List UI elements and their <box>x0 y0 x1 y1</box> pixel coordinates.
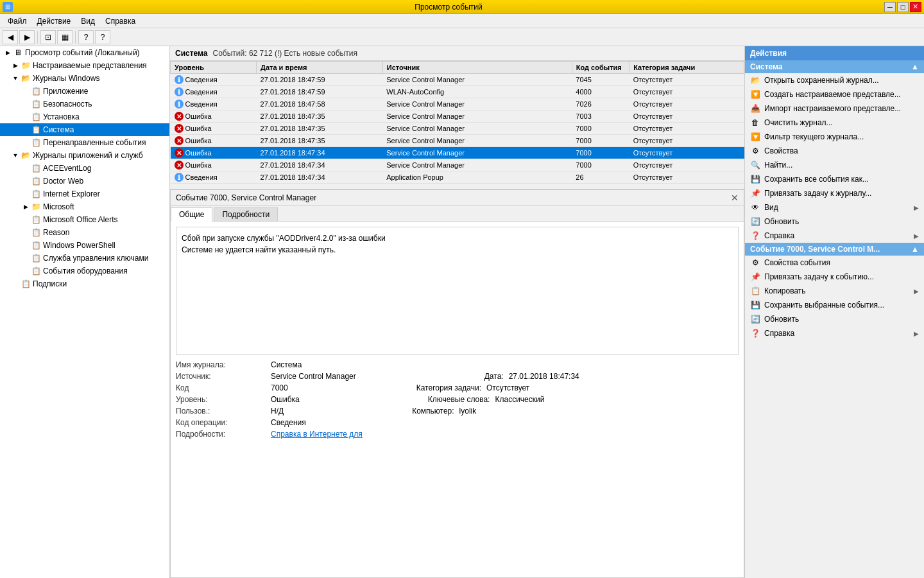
sidebar-item-powershell[interactable]: 📋 Windows PowerShell <box>0 239 169 252</box>
cell-code: 7000 <box>572 123 629 135</box>
action-refresh-2[interactable]: 🔄 Обновить <box>745 312 924 326</box>
actions-section-event[interactable]: Событие 7000, Service Control M... ▲ <box>745 243 924 256</box>
action-attach-task-to-event[interactable]: 📌 Привязать задачу к событию... <box>745 270 924 284</box>
details-link[interactable]: Справка в Интернете для <box>271 430 739 439</box>
col-code[interactable]: Код события <box>572 62 629 74</box>
action-save-selected-events[interactable]: 💾 Сохранить выбранные события... <box>745 298 924 312</box>
action-import-custom-view[interactable]: 📥 Импорт настраиваемого представле... <box>745 101 924 116</box>
col-source[interactable]: Источник <box>382 62 572 74</box>
table-row[interactable]: ✕Ошибка 27.01.2018 18:47:35 Service Cont… <box>171 110 744 123</box>
sidebar-item-app[interactable]: 📋 Приложение <box>0 85 169 98</box>
action-save-all-events[interactable]: 💾 Сохранить все события как... <box>745 172 924 186</box>
log-icon: 📋 <box>31 176 41 186</box>
sidebar-item-ie[interactable]: 📋 Internet Explorer <box>0 188 169 200</box>
action-copy[interactable]: 📋 Копировать ▶ <box>745 284 924 298</box>
cell-category: Отсутствует <box>629 171 744 184</box>
event-detail-panel: Событие 7000, Service Control Manager ✕ … <box>170 189 744 578</box>
maximize-button[interactable]: □ <box>897 2 909 12</box>
log-icon: 📋 <box>21 279 31 289</box>
action-attach-task-to-log[interactable]: 📌 Привязать задачу к журналу... <box>745 186 924 200</box>
log-icon: 📋 <box>31 125 41 135</box>
table-row[interactable]: ✕Ошибка 27.01.2018 18:47:34 Service Cont… <box>171 147 744 159</box>
cell-datetime: 27.01.2018 18:47:34 <box>257 159 383 171</box>
menu-file[interactable]: Файл <box>3 15 32 27</box>
expand-icon: ▼ <box>10 150 21 161</box>
cell-level: ℹСведения <box>171 98 257 110</box>
filter-create-icon: 🔽 <box>750 89 760 100</box>
action-properties[interactable]: ⚙ Свойства <box>745 144 924 158</box>
forward-button[interactable]: ▶ <box>19 30 35 44</box>
action-help[interactable]: ❓ Справка ▶ <box>745 229 924 243</box>
action-event-properties[interactable]: ⚙ Свойства события <box>745 256 924 270</box>
expand-icon <box>21 163 31 173</box>
sidebar-item-custom-views[interactable]: ▶ 📁 Настраиваемые представления <box>0 59 169 72</box>
table-row[interactable]: ✕Ошибка 27.01.2018 18:47:35 Service Cont… <box>171 123 744 135</box>
sidebar-item-root[interactable]: ▶ 🖥 Просмотр событий (Локальный) <box>0 46 169 59</box>
table-row[interactable]: ✕Ошибка 27.01.2018 18:47:34 Service Cont… <box>171 159 744 171</box>
computer-value: lyolik <box>459 407 477 416</box>
menu-view[interactable]: Вид <box>76 15 100 27</box>
sidebar-item-microsoft[interactable]: ▶ 📁 Microsoft <box>0 200 169 213</box>
event-count: Событий: 62 712 (!) Есть новые события <box>213 49 357 58</box>
sidebar-item-system[interactable]: 📋 Система <box>0 123 169 136</box>
sidebar-item-forwarded[interactable]: 📋 Перенаправленные события <box>0 136 169 149</box>
sidebar-item-setup[interactable]: 📋 Установка <box>0 110 169 123</box>
sidebar-item-key-mgmt[interactable]: 📋 Служба управления ключами <box>0 252 169 265</box>
error-icon: ✕ <box>175 148 184 157</box>
col-datetime[interactable]: Дата и время <box>257 62 383 74</box>
menu-help[interactable]: Справка <box>100 15 141 27</box>
tab-general[interactable]: Общие <box>171 207 212 222</box>
help2-button[interactable]: ? <box>95 30 110 44</box>
toolbar: ◀ ▶ ⊡ ▦ ? ? <box>0 28 924 46</box>
message-line-2: Системе не удается найти указанный путь. <box>182 244 733 256</box>
col-category[interactable]: Категория задачи <box>629 62 744 74</box>
sidebar-item-aceeventlog[interactable]: 📋 ACEEventLog <box>0 162 169 175</box>
minimize-button[interactable]: ─ <box>884 2 896 12</box>
sidebar-item-app-services[interactable]: ▼ 📂 Журналы приложений и служб <box>0 149 169 162</box>
action-find[interactable]: 🔍 Найти... <box>745 158 924 172</box>
date-value: 27.01.2018 18:47:34 <box>509 372 579 381</box>
window-controls[interactable]: ─ □ ✕ <box>884 2 921 12</box>
sidebar-item-ms-office[interactable]: 📋 Microsoft Office Alerts <box>0 213 169 226</box>
sidebar-item-reason[interactable]: 📋 Reason <box>0 226 169 239</box>
table-row[interactable]: ℹСведения 27.01.2018 18:47:59 WLAN-AutoC… <box>171 86 744 98</box>
cell-source: Service Control Manager <box>382 147 572 159</box>
col-level[interactable]: Уровень <box>171 62 257 74</box>
help-button[interactable]: ? <box>78 30 94 44</box>
show-scope-button[interactable]: ⊡ <box>40 30 56 44</box>
log-icon: 📋 <box>31 112 41 122</box>
actions-section-sistema[interactable]: Система ▲ <box>745 60 924 73</box>
opcode-value: Сведения <box>271 418 739 427</box>
table-row[interactable]: ℹСведения 27.01.2018 18:47:59 Service Co… <box>171 74 744 86</box>
table-row[interactable]: ✕Ошибка 27.01.2018 18:47:35 Service Cont… <box>171 135 744 147</box>
close-detail-button[interactable]: ✕ <box>731 193 739 203</box>
action-open-saved-log[interactable]: 📂 Открыть сохраненный журнал... <box>745 73 924 87</box>
show-detail-button[interactable]: ▦ <box>57 30 73 44</box>
action-help-2[interactable]: ❓ Справка ▶ <box>745 326 924 340</box>
back-button[interactable]: ◀ <box>3 30 18 44</box>
action-label: Справка <box>764 231 794 240</box>
table-row[interactable]: ℹСведения 27.01.2018 18:47:34 Applicatio… <box>171 171 744 184</box>
close-button[interactable]: ✕ <box>910 2 921 12</box>
menu-action[interactable]: Действие <box>32 15 76 27</box>
sidebar-item-doctorweb[interactable]: 📋 Doctor Web <box>0 175 169 188</box>
table-row[interactable]: ℹСведения 27.01.2018 18:47:58 Service Co… <box>171 98 744 110</box>
sidebar-item-security[interactable]: 📋 Безопасность <box>0 98 169 110</box>
action-create-custom-view[interactable]: 🔽 Создать настраиваемое представле... <box>745 87 924 101</box>
action-view[interactable]: 👁 Вид ▶ <box>745 200 924 215</box>
tab-details[interactable]: Подробности <box>214 207 278 221</box>
action-clear-log[interactable]: 🗑 Очистить журнал... <box>745 116 924 130</box>
sidebar-item-label: Просмотр событий (Локальный) <box>25 48 140 57</box>
sidebar-item-windows-logs[interactable]: ▼ 📂 Журналы Windows <box>0 72 169 85</box>
sidebar-item-subscriptions[interactable]: 📋 Подписки <box>0 277 169 290</box>
expand-icon <box>21 137 31 148</box>
sidebar-item-label: События оборудования <box>43 267 128 276</box>
cell-level: ℹСведения <box>171 86 257 98</box>
action-filter-log[interactable]: 🔽 Фильтр текущего журнала... <box>745 130 924 144</box>
action-refresh[interactable]: 🔄 Обновить <box>745 215 924 229</box>
collapse-icon: ▲ <box>911 62 919 71</box>
window-title: Просмотр событий <box>415 3 482 12</box>
log-icon: 📋 <box>31 215 41 225</box>
sidebar-item-hw-events[interactable]: 📋 События оборудования <box>0 265 169 277</box>
sidebar-item-label: Система <box>43 125 74 134</box>
